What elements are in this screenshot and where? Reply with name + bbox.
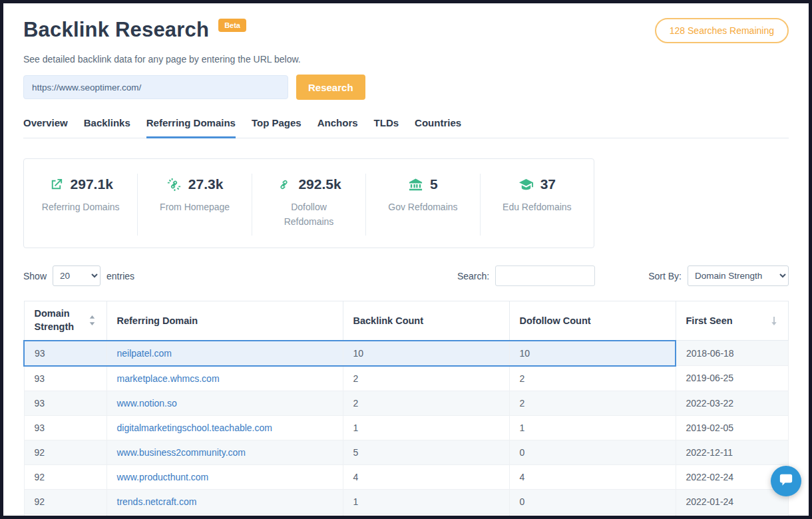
tab-overview[interactable]: Overview bbox=[23, 117, 68, 138]
url-search-bar: Research bbox=[23, 75, 789, 100]
column-header-backlink-count[interactable]: Backlink Count bbox=[343, 301, 509, 341]
stat-referring-domains: 297.1k Referring Domains bbox=[24, 174, 138, 236]
first-seen-cell: 2018-06-18 bbox=[676, 341, 789, 366]
dofollow-count-cell: 0 bbox=[509, 440, 676, 464]
link-icon bbox=[276, 177, 292, 192]
referring-domains-table: Domain Strength Referring Domain Backlin… bbox=[23, 301, 789, 519]
dofollow-count-cell: 1 bbox=[509, 415, 676, 440]
domain-strength-cell: 93 bbox=[24, 391, 106, 415]
stat-label: Dofollow Refdomains bbox=[258, 200, 360, 229]
domain-link[interactable]: www.notion.so bbox=[117, 398, 177, 409]
domain-strength-cell: 93 bbox=[24, 366, 106, 391]
tab-top-pages[interactable]: Top Pages bbox=[252, 117, 302, 138]
domain-strength-cell: 92 bbox=[24, 489, 106, 514]
dofollow-count-cell: 2 bbox=[509, 391, 676, 415]
table-row[interactable]: 92 www.business2community.com 5 0 2022-1… bbox=[24, 440, 789, 464]
referring-domain-cell: trends.netcraft.com bbox=[106, 489, 343, 514]
table-header-row: Domain Strength Referring Domain Backlin… bbox=[24, 301, 789, 341]
referring-domain-cell: marketplace.whmcs.com bbox=[106, 366, 343, 391]
stat-value: 27.3k bbox=[188, 176, 224, 192]
first-seen-cell: 2022-01-24 bbox=[676, 489, 789, 514]
stat-value: 292.5k bbox=[298, 176, 341, 192]
page-title: Backlink Research bbox=[23, 18, 209, 42]
first-seen-cell: 2019-06-25 bbox=[676, 366, 789, 391]
table-row[interactable]: 92 trends.netcraft.com 1 0 2022-01-24 bbox=[24, 489, 789, 514]
domain-strength-cell: 92 bbox=[24, 464, 106, 489]
backlink-count-cell: 1 bbox=[343, 415, 509, 440]
dofollow-count-cell: 10 bbox=[509, 341, 676, 366]
stat-value: 297.1k bbox=[71, 176, 113, 192]
referring-domain-cell: www.business2community.com bbox=[106, 440, 343, 464]
stat-label: Gov Refdomains bbox=[371, 200, 474, 215]
sort-by-select[interactable]: Domain Strength bbox=[688, 265, 789, 286]
backlink-count-cell: 2 bbox=[343, 391, 509, 415]
url-input[interactable] bbox=[23, 75, 288, 99]
stat-edu-refdomains: 37 Edu Refdomains bbox=[481, 174, 594, 236]
tab-anchors[interactable]: Anchors bbox=[317, 117, 358, 138]
searches-remaining-pill[interactable]: 128 Searches Remaining bbox=[655, 18, 789, 43]
table-row[interactable]: 93 digitalmarketingschool.teachable.com … bbox=[24, 415, 789, 440]
entries-label: entries bbox=[106, 271, 134, 281]
tab-backlinks[interactable]: Backlinks bbox=[84, 117, 130, 138]
dofollow-count-cell: 4 bbox=[509, 464, 676, 489]
chat-launcher-button[interactable] bbox=[771, 466, 801, 496]
sort-by-label: Sort By: bbox=[648, 271, 682, 281]
search-label: Search: bbox=[457, 271, 489, 281]
column-header-first-seen[interactable]: First Seen bbox=[676, 301, 789, 341]
show-label: Show bbox=[23, 271, 47, 281]
table-controls: Show 20 entries Search: Sort By: Domain … bbox=[23, 265, 789, 286]
chat-bubble-icon bbox=[779, 472, 793, 490]
dofollow-count-cell: 2 bbox=[509, 366, 676, 391]
tab-countries[interactable]: Countries bbox=[415, 117, 461, 138]
stat-value: 5 bbox=[430, 176, 438, 192]
column-header-referring-domain[interactable]: Referring Domain bbox=[106, 301, 343, 341]
graduation-cap-icon bbox=[518, 177, 534, 192]
sort-descending-icon bbox=[770, 317, 778, 325]
stat-gov-refdomains: 5 Gov Refdomains bbox=[366, 174, 480, 236]
domain-link[interactable]: www.business2community.com bbox=[117, 447, 246, 458]
broken-link-icon bbox=[166, 177, 182, 192]
domain-link[interactable]: digitalmarketingschool.teachable.com bbox=[117, 423, 272, 433]
domain-link[interactable]: neilpatel.com bbox=[117, 348, 172, 359]
research-button[interactable]: Research bbox=[296, 75, 365, 100]
stat-from-homepage: 27.3k From Homepage bbox=[138, 174, 252, 236]
beta-badge: Beta bbox=[218, 19, 246, 32]
stat-label: Referring Domains bbox=[29, 200, 132, 215]
bank-icon bbox=[408, 177, 423, 192]
entries-select[interactable]: 20 bbox=[53, 265, 101, 286]
external-link-icon bbox=[49, 177, 64, 192]
first-seen-cell: 2019-02-05 bbox=[676, 415, 789, 440]
domain-link[interactable]: trends.netcraft.com bbox=[117, 496, 197, 507]
tab-bar: Overview Backlinks Referring Domains Top… bbox=[23, 117, 789, 138]
table-row[interactable]: 93 www.notion.so 2 2 2022-03-22 bbox=[24, 391, 789, 415]
domain-link[interactable]: www.producthunt.com bbox=[117, 472, 209, 482]
stats-summary-card: 297.1k Referring Domains 27.3k From Home… bbox=[23, 158, 594, 248]
backlink-count-cell: 2 bbox=[343, 366, 509, 391]
referring-domain-cell: digitalmarketingschool.teachable.com bbox=[106, 415, 343, 440]
domain-strength-cell: 93 bbox=[24, 415, 106, 440]
stat-dofollow-refdomains: 292.5k Dofollow Refdomains bbox=[252, 174, 366, 236]
backlink-count-cell: 4 bbox=[343, 464, 509, 489]
backlink-count-cell: 10 bbox=[343, 341, 509, 366]
page-header: Backlink Research Beta 128 Searches Rema… bbox=[23, 18, 789, 43]
domain-link[interactable]: marketplace.whmcs.com bbox=[117, 373, 220, 384]
tab-tlds[interactable]: TLDs bbox=[374, 117, 399, 138]
tab-referring-domains[interactable]: Referring Domains bbox=[146, 117, 236, 138]
backlink-count-cell: 1 bbox=[343, 489, 509, 514]
table-row[interactable]: 93 neilpatel.com 10 10 2018-06-18 bbox=[24, 341, 789, 366]
backlink-count-cell: 5 bbox=[343, 440, 509, 464]
table-row[interactable]: 92 www.producthunt.com 4 4 2022-02-24 bbox=[24, 464, 789, 489]
sort-both-icon bbox=[88, 315, 97, 325]
domain-strength-cell: 93 bbox=[24, 341, 106, 366]
stat-label: Edu Refdomains bbox=[486, 200, 588, 215]
column-header-dofollow-count[interactable]: Dofollow Count bbox=[509, 301, 676, 341]
referring-domain-cell: www.notion.so bbox=[106, 391, 343, 415]
first-seen-cell: 2022-03-22 bbox=[676, 391, 789, 415]
page-subtitle: See detailed backlink data for any page … bbox=[23, 54, 789, 65]
table-row-partial bbox=[24, 514, 789, 519]
referring-domain-cell: www.producthunt.com bbox=[106, 464, 343, 489]
table-row[interactable]: 93 marketplace.whmcs.com 2 2 2019-06-25 bbox=[24, 366, 789, 391]
column-header-domain-strength[interactable]: Domain Strength bbox=[24, 301, 106, 341]
table-search-input[interactable] bbox=[495, 265, 595, 286]
domain-strength-cell: 92 bbox=[24, 440, 106, 464]
